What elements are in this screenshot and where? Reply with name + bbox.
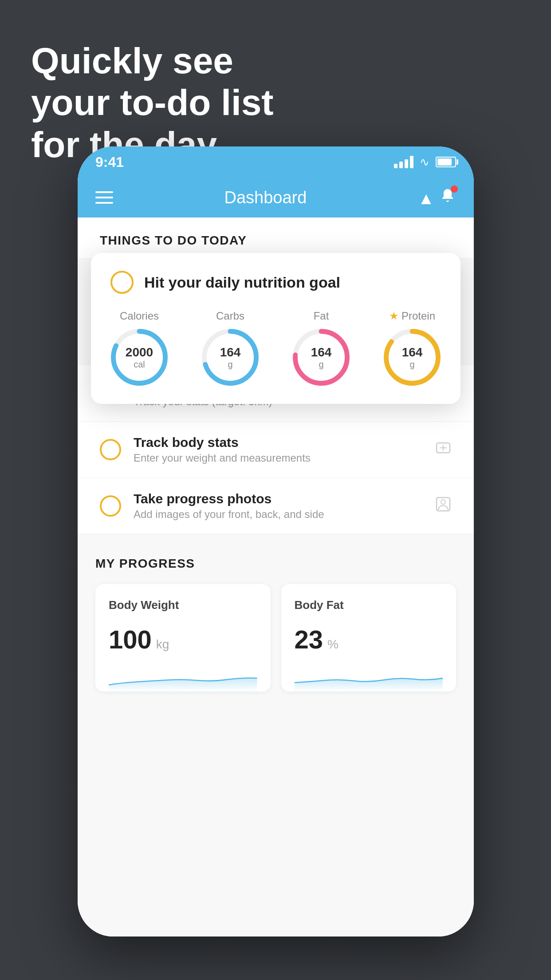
status-bar: 9:41 ∿ [78,146,474,178]
body-weight-card: Body Weight 100 kg [95,584,271,692]
body-stats-text: Track body stats Enter your weight and m… [134,435,422,464]
nutrition-card-title: Hit your daily nutrition goal [144,274,340,291]
carbs-ring-container: 164 g [201,328,259,386]
fat-ring-container: 164 g [292,328,350,386]
body-weight-chart [109,665,257,692]
svg-point-10 [441,500,445,504]
scale-icon [435,439,452,460]
protein-ring-item: ★ Protein 164 g [383,310,441,386]
signal-icon [394,156,413,168]
body-fat-number: 23 [295,624,323,654]
progress-photos-subtitle: Add images of your front, back, and side [134,508,422,521]
body-weight-number: 100 [109,624,152,654]
protein-unit: g [402,359,423,369]
hamburger-menu[interactable] [95,191,113,204]
todo-item-progress-photos[interactable]: Take progress photos Add images of your … [78,478,474,534]
carbs-ring-item: Carbs 164 g [201,310,259,386]
protein-value: 164 [402,346,423,360]
fat-value: 164 [311,346,332,360]
my-progress-section: MY PROGRESS Body Weight 100 kg [78,534,474,709]
calories-ring-item: Calories 2000 cal [110,310,168,386]
todo-item-body-stats[interactable]: Track body stats Enter your weight and m… [78,422,474,478]
progress-photos-text: Take progress photos Add images of your … [134,491,422,521]
status-time: 9:41 [95,154,124,170]
hero-line1: Quickly see [31,40,274,82]
body-weight-unit: kg [156,637,169,652]
notification-bell[interactable]: ▲ [418,187,456,208]
body-fat-value-row: 23 % [295,624,443,654]
nutrition-card: Hit your daily nutrition goal Calories 2… [91,253,460,404]
calories-unit: cal [126,359,153,369]
my-progress-title: MY PROGRESS [95,557,456,571]
notification-dot [451,186,458,193]
body-stats-title: Track body stats [134,435,422,450]
progress-cards: Body Weight 100 kg [95,584,456,692]
body-stats-circle [100,439,121,460]
carbs-value: 164 [220,346,241,360]
nav-bar: Dashboard ▲ [78,178,474,217]
person-icon [435,496,452,517]
nav-title: Dashboard [224,188,307,207]
protein-label: ★ Protein [389,310,435,322]
calories-ring-container: 2000 cal [110,328,168,386]
fat-unit: g [311,359,332,369]
content-area: THINGS TO DO TODAY Hit your daily nutrit… [78,217,474,937]
body-fat-card: Body Fat 23 % [281,584,457,692]
calories-value: 2000 [126,346,153,360]
body-weight-card-title: Body Weight [109,598,257,612]
protein-star-icon: ★ [389,310,399,322]
body-weight-value-row: 100 kg [109,624,257,654]
hero-line2: your to-do list [31,82,274,123]
progress-photos-circle [100,495,121,517]
status-icons: ∿ [394,155,456,169]
fat-label: Fat [314,310,329,322]
battery-icon [436,157,456,167]
body-fat-card-title: Body Fat [295,598,443,612]
protein-ring-container: 164 g [383,328,441,386]
carbs-unit: g [220,359,241,369]
calories-label: Calories [120,310,159,322]
body-fat-chart [295,665,443,692]
nutrition-circle-check [110,271,134,294]
wifi-icon: ∿ [420,155,429,169]
body-stats-subtitle: Enter your weight and measurements [134,452,422,464]
phone-frame: 9:41 ∿ Dashboard ▲ THINGS TO DO TODAY [78,146,474,937]
carbs-label: Carbs [216,310,244,322]
progress-photos-title: Take progress photos [134,491,422,506]
fat-ring-item: Fat 164 g [292,310,350,386]
body-fat-unit: % [327,637,338,652]
nutrition-rings: Calories 2000 cal Carbs [110,310,441,386]
